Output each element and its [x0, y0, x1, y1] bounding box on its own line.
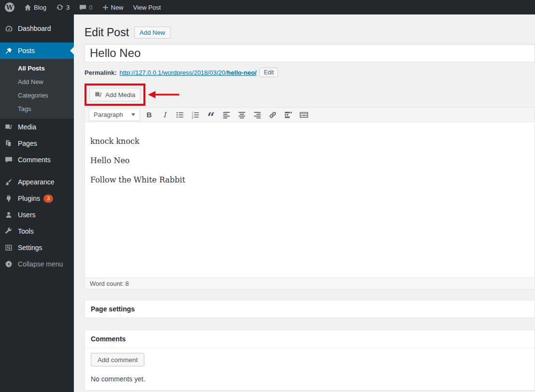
sidebar-item-appearance[interactable]: Appearance — [0, 174, 74, 190]
editor-paragraph: knock knock — [90, 136, 529, 147]
admin-bar-site-label: Blog — [34, 4, 46, 11]
pin-icon — [4, 47, 14, 55]
sidebar-item-label: Settings — [18, 244, 42, 252]
submenu-item-tags[interactable]: Tags — [0, 102, 74, 115]
submenu-item-categories[interactable]: Categories — [0, 88, 74, 102]
wrench-icon — [4, 227, 14, 235]
sidebar-item-posts[interactable]: Posts — [0, 42, 74, 59]
align-center-button[interactable] — [236, 109, 248, 121]
comments-body: Add comment No comments yet. — [85, 348, 535, 390]
view-post-label: View Post — [133, 4, 161, 11]
annotation-highlight-rect: Add Media — [84, 84, 145, 106]
collapse-arrow-icon — [4, 260, 14, 268]
posts-submenu: All Posts Add New Categories Tags — [0, 59, 74, 119]
admin-bar-site-link[interactable]: Blog — [19, 0, 51, 14]
sidebar-item-settings[interactable]: Settings — [0, 239, 74, 256]
read-more-icon — [284, 111, 293, 119]
post-title-input[interactable] — [84, 44, 535, 62]
toolbar-toggle-button[interactable] — [297, 109, 310, 121]
blockquote-icon: “ — [207, 110, 215, 120]
chevron-down-icon — [131, 113, 135, 116]
bullet-list-icon — [176, 111, 184, 119]
sidebar-item-media[interactable]: Media — [0, 119, 74, 135]
permalink-row: Permalink: http://127.0.0.1/wordpress/20… — [84, 67, 535, 78]
dashboard-icon — [4, 25, 14, 33]
main-content: Edit Post Add New Permalink: http://127.… — [74, 14, 535, 392]
sidebar-item-pages[interactable]: Pages — [0, 135, 74, 152]
add-media-label: Add Media — [105, 91, 135, 98]
media-icon — [4, 123, 14, 131]
bold-button[interactable]: B — [143, 109, 155, 121]
edit-permalink-button[interactable]: Edit — [259, 68, 278, 77]
add-comment-button[interactable]: Add comment — [91, 353, 144, 366]
admin-bar-updates[interactable]: 3 — [51, 0, 74, 14]
comment-bubble-icon — [79, 4, 86, 11]
bullet-list-button[interactable] — [174, 109, 186, 121]
blockquote-button[interactable]: “ — [205, 109, 217, 121]
submenu-item-add-new[interactable]: Add New — [0, 75, 74, 88]
page-title: Edit Post — [84, 26, 129, 39]
submenu-label: All Posts — [18, 65, 45, 72]
sidebar-item-users[interactable]: Users — [0, 207, 74, 223]
sidebar-item-comments[interactable]: Comments — [0, 152, 74, 168]
svg-text:3: 3 — [192, 116, 193, 119]
submenu-label: Categories — [18, 92, 48, 99]
admin-bar-new[interactable]: New — [98, 0, 128, 14]
home-icon — [24, 4, 31, 11]
annotation-arrow-icon — [147, 90, 180, 99]
sidebar-item-dashboard[interactable]: Dashboard — [0, 20, 74, 37]
align-right-button[interactable] — [251, 109, 264, 121]
editor-content-area[interactable]: knock knock Hello Neo Follow the White R… — [85, 122, 535, 278]
sidebar-item-label: Users — [18, 211, 36, 219]
permalink-slug: hello-neo/ — [227, 69, 256, 76]
sidebar-item-label: Tools — [18, 227, 34, 235]
wordpress-logo-icon: W — [5, 2, 14, 12]
sidebar-item-collapse-menu[interactable]: Collapse menu — [0, 256, 74, 272]
editor-paragraph: Hello Neo — [90, 155, 529, 167]
align-left-icon — [222, 111, 231, 119]
sidebar-item-label: Posts — [18, 47, 35, 55]
add-media-button[interactable]: Add Media — [89, 88, 141, 101]
add-media-row: Add Media — [84, 84, 535, 106]
editor-paragraph: Follow the White Rabbit — [90, 174, 529, 186]
align-center-icon — [238, 111, 246, 119]
insert-link-button[interactable] — [267, 109, 279, 121]
link-icon — [268, 111, 277, 119]
comment-count: 0 — [89, 4, 92, 11]
admin-bar-view-post[interactable]: View Post — [128, 0, 166, 14]
bold-icon: B — [147, 111, 152, 119]
word-count: Word count: 8 — [90, 280, 129, 287]
block-format-dropdown[interactable]: Paragraph — [89, 109, 140, 121]
sidebar-item-label: Pages — [18, 140, 37, 147]
sidebar-item-tools[interactable]: Tools — [0, 223, 74, 239]
sidebar-item-plugins[interactable]: Plugins 3 — [0, 190, 74, 207]
update-count: 3 — [66, 4, 70, 11]
sidebar-item-label: Plugins — [18, 195, 40, 202]
add-new-button[interactable]: Add New — [134, 27, 170, 39]
sidebar-item-label: Comments — [18, 156, 51, 164]
new-label: New — [111, 4, 124, 11]
wordpress-logo-menu[interactable]: W — [0, 0, 19, 14]
page-header: Edit Post Add New — [84, 25, 535, 40]
read-more-tag-button[interactable] — [282, 109, 295, 121]
permalink-link[interactable]: http://127.0.0.1/wordpress/2018/03/20/he… — [119, 69, 256, 76]
submenu-label: Add New — [18, 78, 43, 85]
comments-header[interactable]: Comments — [85, 330, 535, 348]
page-settings-header[interactable]: Page settings — [85, 300, 535, 318]
submenu-item-all-posts[interactable]: All Posts — [0, 61, 74, 75]
block-format-value: Paragraph — [94, 111, 123, 118]
editor-statusbar: Word count: 8 — [85, 278, 535, 289]
add-media-icon — [95, 91, 102, 98]
align-right-icon — [253, 111, 262, 119]
plugins-update-badge: 3 — [43, 195, 53, 203]
admin-bar-comments[interactable]: 0 — [74, 0, 97, 14]
admin-sidebar: Dashboard Posts All Posts Add New Catego… — [0, 14, 74, 392]
align-left-button[interactable] — [220, 109, 233, 121]
user-icon — [4, 211, 14, 219]
post-editor: Paragraph B I 123 — [84, 107, 535, 290]
italic-icon: I — [163, 111, 166, 119]
submenu-label: Tags — [18, 105, 31, 112]
numbered-list-button[interactable]: 123 — [189, 109, 202, 121]
italic-button[interactable]: I — [158, 109, 171, 121]
permalink-url-prefix: http://127.0.0.1/wordpress/2018/03/20/ — [119, 69, 227, 76]
